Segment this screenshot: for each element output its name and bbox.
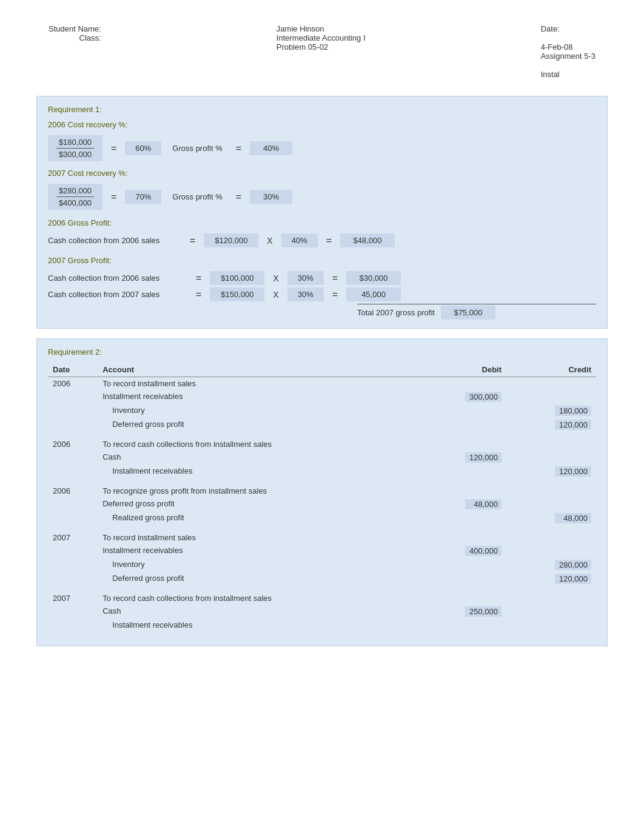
gp2007-r2-eq: = — [193, 289, 204, 300]
header-middle: Jamie Hinson Intermediate Accounting I P… — [277, 24, 366, 79]
col-account: Account — [98, 363, 417, 377]
requirement-1-block: Requirement 1: 2006 Cost recovery %: $18… — [36, 96, 608, 329]
entry-gap — [48, 478, 596, 485]
gp-pct-2006: 40% — [250, 141, 292, 155]
journal-row: Deferred gross profit 48,000 — [48, 497, 596, 511]
debit-value: 400,000 — [465, 546, 501, 556]
entry-credit-empty — [506, 438, 596, 451]
row-debit: 250,000 — [417, 605, 506, 619]
assignment-line: Assignment 5-3 Instal — [541, 52, 595, 79]
row-account: Installment receivables — [98, 464, 417, 478]
row-credit: 120,000 — [506, 572, 596, 586]
gp2007-row2-label: Cash collection from 2007 sales — [48, 290, 187, 299]
problem: Problem 05-02 — [277, 42, 366, 52]
date-line: Date: 4-Feb-08 — [541, 24, 595, 52]
entry-gap — [48, 432, 596, 438]
journal-row: Inventory 180,000 — [48, 404, 596, 418]
gross2007-title: 2007 Gross Profit: — [48, 256, 596, 265]
entry-credit-empty — [506, 485, 596, 497]
row-credit — [506, 619, 596, 631]
gp2007-r2-x: X — [270, 290, 281, 300]
gp-label-2: Gross profit % — [167, 192, 227, 201]
frac-den-2006: $300,000 — [59, 149, 92, 159]
row-account: Installment receivables — [98, 390, 417, 404]
row-date — [48, 390, 98, 404]
entry-desc: To record cash collections from installm… — [98, 592, 417, 605]
debit-value: 48,000 — [465, 499, 501, 509]
row-debit: 400,000 — [417, 544, 506, 558]
cost2007-title: 2007 Cost recovery %: — [48, 169, 596, 178]
credit-value: 120,000 — [555, 466, 591, 477]
row-debit — [417, 619, 506, 631]
entry-desc: To record installment sales — [98, 377, 417, 391]
journal-header-row: Date Account Debit Credit — [48, 363, 596, 377]
row-account: Cash — [98, 605, 417, 619]
journal-row: Deferred gross profit 120,000 — [48, 418, 596, 432]
debit-value: 120,000 — [465, 452, 501, 463]
class-label: Class: — [49, 33, 101, 42]
gp2007-r1-pct: 30% — [287, 271, 324, 285]
entry-gap — [48, 586, 596, 592]
credit-value: 120,000 — [555, 420, 591, 430]
eq3: = — [109, 192, 119, 203]
req1-title: Requirement 1: — [48, 105, 596, 114]
row-date — [48, 464, 98, 478]
calc-row-2006-cost: $180,000 $300,000 = 60% Gross profit % =… — [48, 135, 596, 161]
journal-entry-desc: 2007 To record cash collections from ins… — [48, 592, 596, 605]
row-account: Realized gross profit — [98, 511, 417, 525]
row-account: Installment receivables — [98, 619, 417, 631]
row-debit: 300,000 — [417, 390, 506, 404]
journal-entry-desc: 2006 To recognize gross profit from inst… — [48, 485, 596, 497]
row-debit — [417, 572, 506, 586]
row-account: Deferred gross profit — [98, 497, 417, 511]
entry-desc: To record cash collections from installm… — [98, 438, 417, 451]
row-credit: 280,000 — [506, 558, 596, 572]
entry-date: 2007 — [48, 531, 98, 544]
course: Intermediate Accounting I — [277, 33, 366, 42]
journal-row: Installment receivables 120,000 — [48, 464, 596, 478]
entry-date: 2006 — [48, 377, 98, 391]
row-account: Deferred gross profit — [98, 418, 417, 432]
eq2: = — [233, 143, 244, 154]
frac-num-2006: $180,000 — [56, 138, 94, 149]
row-date — [48, 544, 98, 558]
row-debit — [417, 404, 506, 418]
credit-value: 48,000 — [555, 513, 591, 523]
cash2006-result: $48,000 — [340, 233, 395, 247]
row-debit — [417, 511, 506, 525]
col-debit: Debit — [417, 363, 506, 377]
journal-entry-desc: 2007 To record installment sales — [48, 531, 596, 544]
col-date: Date — [48, 363, 98, 377]
entry-credit-empty — [506, 531, 596, 544]
row-date — [48, 558, 98, 572]
cash2006-eq: = — [187, 235, 198, 246]
gp2007-r2-eq2: = — [330, 289, 340, 300]
gp-pct-2007: 30% — [250, 190, 292, 204]
cash2006-label: Cash collection from 2006 sales — [48, 236, 181, 245]
cash2006-eq2: = — [324, 235, 334, 246]
row-date — [48, 619, 98, 631]
entry-debit-empty — [417, 531, 506, 544]
row-credit — [506, 497, 596, 511]
journal-row: Installment receivables 300,000 — [48, 390, 596, 404]
frac-num-2007: $280,000 — [56, 186, 94, 197]
row-credit: 48,000 — [506, 511, 596, 525]
credit-value: 280,000 — [555, 560, 591, 570]
gp-label-1: Gross profit % — [167, 144, 227, 153]
header-left: Student Name: Class: — [49, 24, 101, 79]
gp2007-total-row: Total 2007 gross profit $75,000 — [357, 304, 596, 320]
journal-row: Realized gross profit 48,000 — [48, 511, 596, 525]
row-date — [48, 451, 98, 464]
debit-value: 300,000 — [465, 392, 501, 402]
entry-debit-empty — [417, 485, 506, 497]
row-debit: 120,000 — [417, 451, 506, 464]
entry-credit-empty — [506, 592, 596, 605]
frac-den-2007: $400,000 — [59, 197, 92, 207]
row-date — [48, 511, 98, 525]
entry-debit-empty — [417, 377, 506, 391]
gp2007-total: $75,000 — [441, 306, 495, 320]
gp2007-row1-label: Cash collection from 2006 sales — [48, 273, 187, 283]
gp2007-r1-eq: = — [193, 273, 204, 284]
requirement-2-block: Requirement 2: Date Account Debit Credit… — [36, 338, 608, 646]
journal-table: Date Account Debit Credit 2006 To record… — [48, 363, 596, 637]
